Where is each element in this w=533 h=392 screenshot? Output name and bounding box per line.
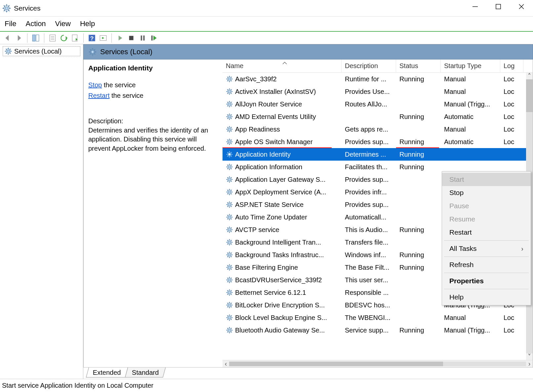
title-bar: Services xyxy=(0,0,533,17)
close-button[interactable] xyxy=(510,0,533,13)
service-name-cell: App Readiness xyxy=(235,126,280,133)
service-status-cell: Running xyxy=(396,264,441,271)
table-row[interactable]: AarSvc_339f2Runtime for ...RunningManual… xyxy=(223,73,526,85)
column-header-description[interactable]: Description xyxy=(342,59,396,72)
service-status-cell: Running xyxy=(396,138,441,146)
service-desc-cell: Provides sup... xyxy=(342,201,396,209)
gear-icon xyxy=(226,163,233,171)
show-hide-action-button[interactable] xyxy=(98,33,108,43)
context-menu-all-tasks[interactable]: All Tasks xyxy=(442,242,531,255)
table-row[interactable]: App ReadinessGets apps re...ManualLoc xyxy=(223,123,526,136)
gear-icon xyxy=(226,239,233,246)
context-menu-start: Start xyxy=(442,173,531,186)
scroll-left-icon[interactable]: ‹ xyxy=(223,360,229,367)
maximize-button[interactable] xyxy=(487,0,510,13)
scroll-up-icon[interactable]: ˄ xyxy=(526,73,533,79)
service-startup-cell: Manual xyxy=(441,88,500,96)
table-row[interactable]: Application IdentityDetermines ...Runnin… xyxy=(223,148,526,161)
scroll-right-icon[interactable]: › xyxy=(526,360,533,367)
service-startup-cell: Manual (Trigg... xyxy=(441,327,500,334)
service-desc-cell: Provides sup... xyxy=(342,176,396,183)
gear-icon xyxy=(226,201,233,208)
tree-node-services-local[interactable]: Services (Local) xyxy=(3,46,80,56)
gear-icon xyxy=(226,151,233,158)
restart-service-button[interactable] xyxy=(149,33,159,43)
service-desc-cell: Service supp... xyxy=(342,327,396,334)
gear-icon xyxy=(226,276,233,284)
service-desc-cell: Provides infr... xyxy=(342,188,396,196)
context-menu-properties[interactable]: Properties xyxy=(442,274,531,288)
menu-view[interactable]: View xyxy=(55,20,71,28)
service-name-cell: AarSvc_339f2 xyxy=(235,75,277,83)
description-text: Determines and verifies the identity of … xyxy=(88,126,219,153)
pause-service-button[interactable] xyxy=(138,33,147,43)
menu-help[interactable]: Help xyxy=(80,20,95,28)
service-name-cell: AppX Deployment Service (A... xyxy=(235,188,326,196)
service-desc-cell: Determines ... xyxy=(342,151,396,158)
scroll-thumb[interactable] xyxy=(229,362,443,366)
refresh-button[interactable] xyxy=(59,33,69,43)
context-menu-refresh[interactable]: Refresh xyxy=(442,258,531,271)
service-desc-cell: Provides sup... xyxy=(342,138,396,146)
column-header-status[interactable]: Status xyxy=(396,59,441,72)
table-row[interactable]: AllJoyn Router ServiceRoutes AllJo...Man… xyxy=(223,98,526,110)
svg-rect-17 xyxy=(143,35,144,40)
service-status-cell: Running xyxy=(396,151,441,158)
help-button[interactable]: ? xyxy=(87,33,97,43)
content-header: Services (Local) xyxy=(83,44,533,59)
start-service-button[interactable] xyxy=(115,33,125,43)
table-row[interactable]: Bluetooth Audio Gateway Se...Service sup… xyxy=(223,324,526,336)
table-row[interactable]: AMD External Events UtilityRunningAutoma… xyxy=(223,110,526,123)
gear-icon xyxy=(226,289,233,296)
horizontal-scrollbar[interactable]: ‹ › xyxy=(223,360,533,367)
service-startup-cell: Manual xyxy=(441,75,500,83)
service-name-cell: Background Tasks Infrastruc... xyxy=(235,251,324,259)
properties-button[interactable] xyxy=(48,33,58,43)
service-desc-cell: Provides Use... xyxy=(342,88,396,96)
tab-extended[interactable]: Extended xyxy=(86,368,128,377)
service-desc-cell: Transfers file... xyxy=(342,239,396,246)
service-name-cell: Betternet Service 6.12.1 xyxy=(235,289,306,296)
view-tabs: Extended Standard xyxy=(83,368,533,379)
context-menu-help[interactable]: Help xyxy=(442,291,531,304)
context-menu-stop[interactable]: Stop xyxy=(442,186,531,199)
scroll-down-icon[interactable]: ˅ xyxy=(526,353,533,360)
service-desc-cell: Automaticall... xyxy=(342,214,396,221)
service-name-cell: AMD External Events Utility xyxy=(235,113,316,121)
service-desc-cell: This user ser... xyxy=(342,276,396,284)
column-header-logon[interactable]: Log xyxy=(500,59,523,72)
export-list-button[interactable] xyxy=(70,33,80,43)
tab-standard[interactable]: Standard xyxy=(125,368,165,377)
gear-icon xyxy=(226,264,233,271)
menu-action[interactable]: Action xyxy=(25,20,46,28)
service-desc-cell: The Base Filt... xyxy=(342,264,396,271)
table-row[interactable]: Block Level Backup Engine S...The WBENGI… xyxy=(223,311,526,324)
tree-node-label: Services (Local) xyxy=(14,48,62,55)
context-menu-separator xyxy=(444,256,529,257)
table-row[interactable]: Apple OS Switch ManagerProvides sup...Ru… xyxy=(223,136,526,148)
context-menu-restart[interactable]: Restart xyxy=(442,226,531,239)
service-name-cell: Apple OS Switch Manager xyxy=(235,138,313,146)
menu-file[interactable]: File xyxy=(5,20,16,28)
column-header-startup[interactable]: Startup Type xyxy=(441,59,500,72)
table-header-row: Name Description Status Startup Type Log xyxy=(223,59,533,73)
gear-icon xyxy=(226,226,233,233)
context-menu-separator xyxy=(444,240,529,241)
svg-rect-5 xyxy=(32,35,35,41)
service-name-cell: Application Layer Gateway S... xyxy=(235,176,325,183)
stop-service-link[interactable]: Stop xyxy=(88,81,102,89)
minimize-button[interactable] xyxy=(464,0,487,13)
table-row[interactable]: ActiveX Installer (AxInstSV)Provides Use… xyxy=(223,85,526,98)
service-name-cell: AllJoyn Router Service xyxy=(235,100,302,108)
service-name-cell: Bluetooth Audio Gateway Se... xyxy=(235,327,325,334)
stop-service-button[interactable] xyxy=(126,33,136,43)
service-desc-cell: Responsible ... xyxy=(342,289,396,296)
back-button[interactable] xyxy=(3,33,13,43)
gear-icon xyxy=(226,138,233,145)
gear-icon xyxy=(226,251,233,258)
scroll-thumb[interactable] xyxy=(526,79,533,112)
restart-service-link[interactable]: Restart xyxy=(88,92,109,99)
gear-icon xyxy=(226,301,233,309)
forward-button[interactable] xyxy=(14,33,24,43)
show-hide-tree-button[interactable] xyxy=(31,33,41,43)
